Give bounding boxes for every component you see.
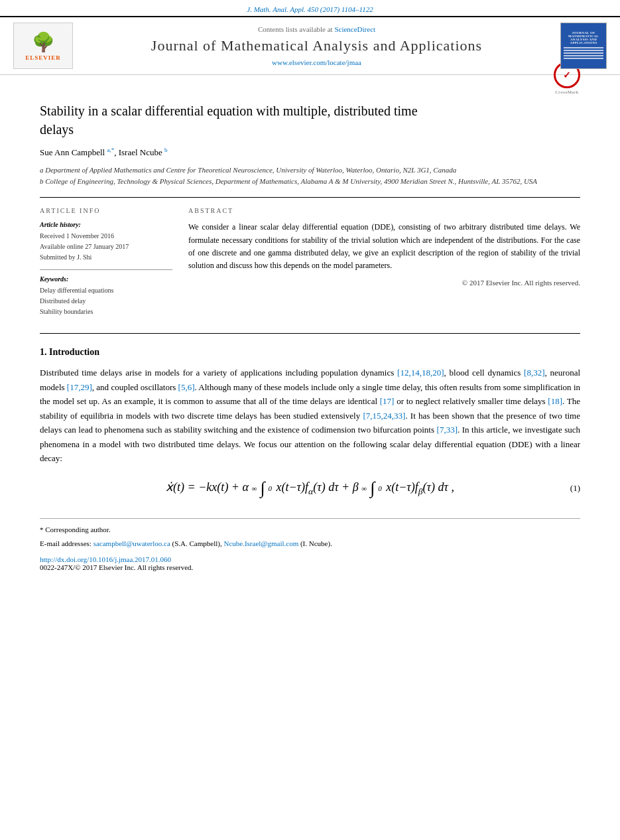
ref-17-29[interactable]: [17,29] bbox=[67, 382, 92, 392]
keyword-3: Stability boundaries bbox=[40, 307, 172, 317]
article-info-panel: ARTICLE INFO Article history: Received 1… bbox=[40, 207, 172, 324]
text-this: this bbox=[425, 382, 438, 392]
corresponding-author-note: * Corresponding author. bbox=[40, 524, 580, 535]
keywords-section: Keywords: Delay differential equations D… bbox=[40, 275, 172, 317]
affiliations: a Department of Applied Mathematics and … bbox=[40, 165, 580, 186]
author-campbell-sup: a,* bbox=[107, 147, 114, 153]
elsevier-tree-icon: 🌳 bbox=[32, 31, 55, 53]
thumb-title-text: JOURNAL OFMATHEMATICALANALYSIS ANDAPPLIC… bbox=[568, 31, 599, 44]
sciencedirect-anchor[interactable]: ScienceDirect bbox=[334, 25, 375, 33]
ref-18[interactable]: [18] bbox=[548, 396, 562, 406]
article-info-header: ARTICLE INFO bbox=[40, 207, 172, 214]
footnote-section: * Corresponding author. E-mail addresses… bbox=[40, 518, 580, 549]
abstract-copyright: © 2017 Elsevier Inc. All rights reserved… bbox=[188, 277, 580, 289]
article-info-abstract: ARTICLE INFO Article history: Received 1… bbox=[40, 207, 580, 324]
intro-heading: 1. Introduction bbox=[40, 347, 580, 358]
email-ncube-name: (I. Ncube). bbox=[300, 539, 332, 547]
doi-link[interactable]: http://dx.doi.org/10.1016/j.jmaa.2017.01… bbox=[40, 555, 171, 563]
email-ncube[interactable]: Ncube.Israel@gmail.com bbox=[223, 539, 298, 547]
history-label: Article history: bbox=[40, 221, 172, 228]
ref-17[interactable]: [17] bbox=[380, 396, 395, 406]
article-history: Article history: Received 1 November 201… bbox=[40, 221, 172, 263]
info-divider bbox=[40, 269, 172, 270]
ref-5-6[interactable]: [5,6] bbox=[178, 382, 195, 392]
crossmark-label: CrossMark bbox=[555, 90, 579, 95]
email-campbell-name: (S.A. Campbell), bbox=[172, 539, 222, 547]
submitted-by: Submitted by J. Shi bbox=[40, 252, 172, 263]
equation-1-number: (1) bbox=[570, 483, 580, 494]
journal-title: Journal of Mathematical Analysis and App… bbox=[84, 37, 550, 54]
equation-1-block: ẋ(t) = −kx(t) + α ∞ ∫ 0 x(t−τ)fα(τ) dτ +… bbox=[40, 478, 580, 498]
intro-para1: Distributed time delays arise in models … bbox=[40, 366, 580, 465]
affiliation-b: b College of Engineering, Technology & P… bbox=[40, 176, 580, 187]
equation-1: ẋ(t) = −kx(t) + α ∞ ∫ 0 x(t−τ)fα(τ) dτ +… bbox=[166, 478, 454, 498]
issn-text: 0022-247X/© 2017 Elsevier Inc. All right… bbox=[40, 563, 193, 571]
ref-8-32[interactable]: [8,32] bbox=[524, 368, 544, 378]
keywords-label: Keywords: bbox=[40, 275, 172, 283]
abstract-header: ABSTRACT bbox=[188, 207, 580, 214]
abstract-panel: ABSTRACT We consider a linear scalar del… bbox=[188, 207, 580, 324]
doi-section: http://dx.doi.org/10.1016/j.jmaa.2017.01… bbox=[40, 555, 580, 571]
abstract-divider bbox=[40, 333, 580, 334]
paper-title: Stability in a scalar differential equat… bbox=[40, 102, 424, 139]
main-content: ✓ CrossMark Stability in a scalar differ… bbox=[0, 75, 620, 591]
contents-text: Contents lists available at bbox=[258, 25, 333, 33]
author-ncube: Israel Ncube bbox=[119, 147, 162, 157]
journal-reference: J. Math. Anal. Appl. 450 (2017) 1104–112… bbox=[0, 0, 620, 16]
journal-header-center: Contents lists available at ScienceDirec… bbox=[84, 25, 550, 66]
available-date: Available online 27 January 2017 bbox=[40, 242, 172, 252]
email-label: E-mail addresses: bbox=[40, 539, 92, 547]
keyword-2: Distributed delay bbox=[40, 296, 172, 307]
abstract-text: We consider a linear scalar delay differ… bbox=[188, 221, 580, 272]
journal-header: 🌳 ELSEVIER Contents lists available at S… bbox=[0, 16, 620, 75]
elsevier-logo: 🌳 ELSEVIER bbox=[13, 23, 73, 69]
introduction-section: 1. Introduction Distributed time delays … bbox=[40, 347, 580, 498]
email-campbell[interactable]: sacampbell@uwaterloo.ca bbox=[93, 539, 170, 547]
author-campbell: Sue Ann Campbell bbox=[40, 147, 105, 157]
email-addresses: E-mail addresses: sacampbell@uwaterloo.c… bbox=[40, 538, 580, 549]
sciencedirect-link: Contents lists available at ScienceDirec… bbox=[84, 25, 550, 33]
ref-7-33[interactable]: [7,33] bbox=[437, 425, 458, 435]
author-ncube-sup: b bbox=[164, 147, 168, 153]
journal-thumbnail: JOURNAL OFMATHEMATICALANALYSIS ANDAPPLIC… bbox=[560, 23, 607, 69]
received-date: Received 1 November 2016 bbox=[40, 231, 172, 242]
ref-12-14-18-20[interactable]: [12,14,18,20] bbox=[397, 368, 444, 378]
ref-7-15-24-33[interactable]: [7,15,24,33] bbox=[363, 411, 405, 421]
thumb-lines bbox=[564, 46, 603, 60]
journal-url[interactable]: www.elsevier.com/locate/jmaa bbox=[84, 58, 550, 66]
keyword-1: Delay differential equations bbox=[40, 285, 172, 296]
authors-line: Sue Ann Campbell a,*, Israel Ncube b bbox=[40, 147, 580, 158]
affiliation-a: a Department of Applied Mathematics and … bbox=[40, 165, 580, 176]
elsevier-label: ELSEVIER bbox=[25, 54, 61, 61]
header-divider bbox=[40, 197, 580, 198]
